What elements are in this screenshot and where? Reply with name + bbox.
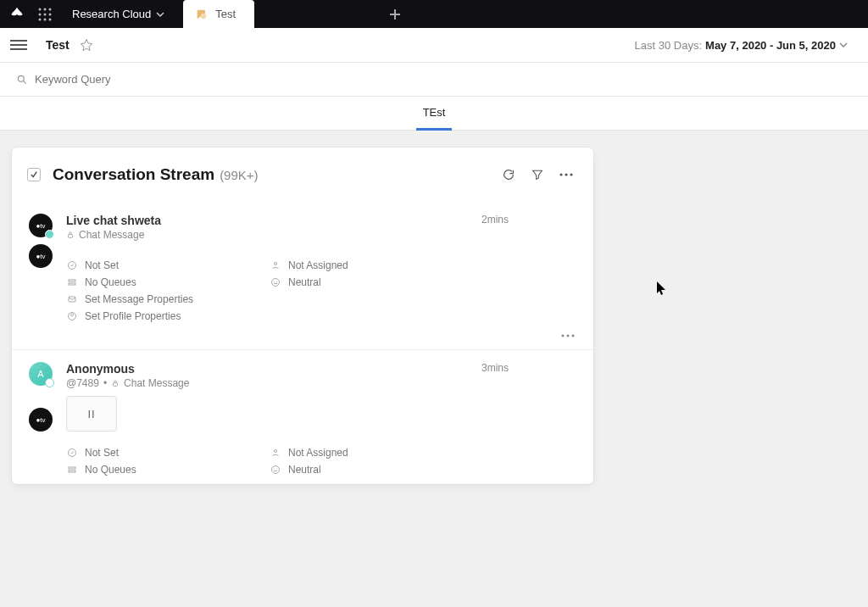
apps-grid-icon[interactable] [35,4,55,25]
svg-point-1 [44,8,47,10]
svg-point-25 [562,335,565,337]
svg-point-5 [49,13,52,15]
svg-point-21 [276,281,277,282]
conversation-stream-card: Conversation Stream (99K+) ●tv ●tv Live … [12,148,593,484]
svg-point-2 [49,8,52,10]
profile-properties-link[interactable]: Set Profile Properties [85,310,181,322]
workspace-selector[interactable]: Research Cloud [72,8,164,20]
card-header: Conversation Stream (99K+) [12,148,593,202]
svg-point-12 [565,173,567,175]
svg-point-0 [39,8,42,10]
queue-icon [66,465,78,475]
more-options-button[interactable] [554,163,578,187]
assignment-icon [270,260,281,270]
date-range-value: May 7, 2020 - Jun 5, 2020 [705,39,836,52]
svg-point-3 [39,13,42,15]
conversation-item[interactable]: A ●tv Anonymous @7489 • Chat Message II … [12,350,593,484]
canvas: Conversation Stream (99K+) ●tv ●tv Live … [0,131,868,484]
item-type: Chat Message [124,377,189,389]
lock-icon [66,231,75,239]
assignment-value: Not Assigned [288,259,348,271]
svg-rect-17 [69,280,75,281]
message-properties-icon [66,294,78,304]
chevron-down-icon [156,10,164,19]
svg-point-7 [44,18,47,20]
chevron-down-icon [839,41,848,49]
secondary-avatar: ●tv [29,244,53,268]
assignment-value: Not Assigned [288,447,348,459]
queue-icon [66,277,78,287]
attachment-thumbnail[interactable]: II [66,396,117,432]
page-title: Test [46,38,70,52]
menu-icon[interactable] [10,36,27,53]
workspace-label: Research Cloud [72,8,151,20]
queue-value: No Queues [85,464,136,476]
svg-rect-31 [69,467,75,469]
status-value: Not Set [85,259,119,271]
item-time: 3mins [481,362,509,374]
search-icon [16,74,28,86]
sentiment-icon [270,465,281,475]
svg-rect-14 [69,235,73,238]
filter-button[interactable] [526,163,549,187]
svg-point-9 [201,13,207,19]
svg-point-30 [275,450,277,453]
date-range-prefix: Last 30 Days: [635,39,703,52]
sentiment-value: Neutral [288,464,321,476]
svg-rect-28 [114,383,118,387]
status-value: Not Set [85,447,119,459]
svg-point-4 [44,13,47,15]
sub-bar: Test Last 30 Days: May 7, 2020 - Jun 5, … [0,28,868,63]
select-all-checkbox[interactable] [27,168,41,181]
card-count: (99K+) [220,168,258,182]
avatar: ●tv [29,214,53,237]
sentiment-icon [270,277,281,287]
lock-icon [111,379,120,387]
svg-point-27 [572,335,575,337]
tab-active[interactable]: Test [183,0,254,28]
avatar: A [29,362,53,386]
item-type: Chat Message [79,229,144,241]
refresh-button[interactable] [497,163,520,187]
status-icon [66,448,78,458]
svg-point-20 [274,281,275,282]
svg-point-16 [275,263,277,265]
attachment-label: II [87,408,95,420]
chat-bubble-icon [195,8,209,21]
top-bar: Research Cloud Test [0,0,868,28]
queue-value: No Queues [85,276,136,288]
message-properties-link[interactable]: Set Message Properties [85,293,193,305]
view-tabs: TEst [0,97,868,131]
query-bar [0,63,868,97]
svg-point-19 [272,279,280,287]
item-handle: @7489 [66,377,99,389]
svg-point-33 [272,466,280,474]
svg-point-13 [570,173,572,175]
conversation-item[interactable]: ●tv ●tv Live chat shweta Chat Message No… [12,202,593,350]
svg-point-8 [49,18,52,20]
svg-rect-18 [69,283,75,285]
svg-point-34 [274,469,275,470]
keyword-query-input[interactable] [35,73,170,86]
svg-point-11 [559,173,562,175]
date-range-picker[interactable]: Last 30 Days: May 7, 2020 - Jun 5, 2020 [635,39,848,52]
svg-point-6 [39,18,42,20]
query-box[interactable] [10,69,176,90]
view-tab-active[interactable]: TEst [416,97,453,131]
svg-point-10 [18,75,24,81]
profile-properties-icon [66,311,78,321]
status-icon [66,260,78,270]
svg-rect-32 [69,471,75,472]
sentiment-value: Neutral [288,276,321,288]
brand-logo-icon [5,3,28,25]
item-time: 2mins [481,214,509,226]
add-tab-button[interactable] [381,1,409,28]
card-title: Conversation Stream [53,165,214,184]
svg-point-35 [276,469,277,470]
tab-label: Test [215,8,236,20]
item-more-button[interactable] [558,331,578,341]
view-tab-label: TEst [423,106,446,119]
assignment-icon [270,448,281,458]
favorite-star-icon[interactable] [80,38,93,52]
secondary-avatar: ●tv [29,408,53,432]
